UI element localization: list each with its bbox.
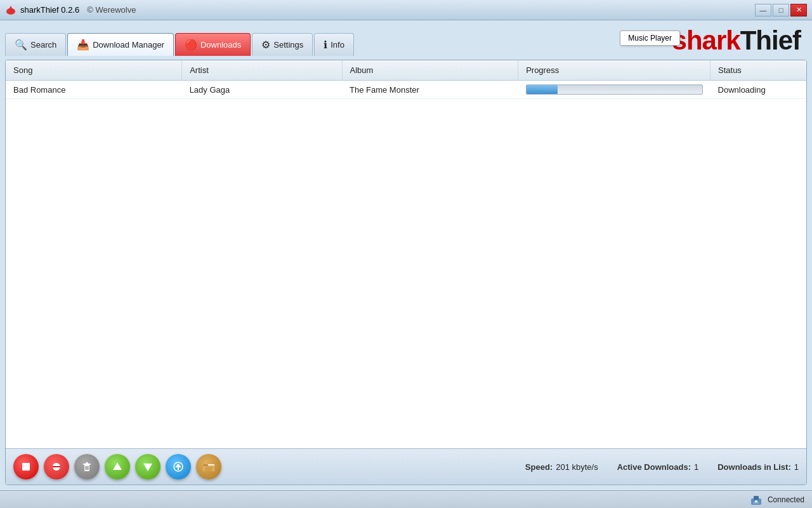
minimize-button[interactable]: — [755,4,771,17]
cancel-button[interactable] [44,454,69,479]
svg-rect-23 [753,502,759,504]
tab-downloads[interactable]: 🔴 Downloads [175,33,251,56]
logo-shark: shark [672,25,740,55]
tab-info-label: Info [331,40,344,50]
bottom-toolbar: Speed: 201 kbyte/s Active Downloads: 1 D… [6,448,806,485]
stop-icon [20,461,32,472]
empty-area [6,99,806,448]
svg-marker-12 [143,464,152,471]
app-title: sharkThief 0.2.6 [20,5,79,15]
active-downloads-value: 1 [694,462,698,472]
svg-rect-16 [203,464,214,471]
cancel-icon [51,461,62,472]
app-copyright: © Werewolve [87,5,136,15]
cell-artist: Lady Gaga [182,81,342,99]
move-down-button[interactable] [135,454,160,479]
logo-area: sharkThief [672,25,807,56]
table-body: Bad Romance Lady Gaga The Fame Monster D… [6,81,806,99]
app-icon [5,4,16,16]
move-down-icon [142,461,154,472]
trash-icon [81,461,93,472]
cell-album: The Fame Monster [342,81,518,99]
content-panel: Song Artist Album Progress Status Bad Ro… [5,60,807,485]
table-header: Song Artist Album Progress Status [6,60,806,81]
col-header-progress: Progress [518,60,710,81]
move-up-button[interactable] [105,454,130,479]
svg-rect-4 [53,466,60,467]
svg-point-3 [53,463,60,471]
table-row[interactable]: Bad Romance Lady Gaga The Fame Monster D… [6,81,806,99]
connected-icon [750,493,763,506]
speed-value: 201 kbyte/s [556,462,598,472]
status-info: Speed: 201 kbyte/s Active Downloads: 1 D… [226,462,799,472]
progress-bar-fill [527,85,558,94]
cell-progress [518,81,710,99]
move-up-icon [112,461,123,472]
title-bar: sharkThief 0.2.6 © Werewolve — □ ✕ [0,0,812,20]
active-downloads-label: Active Downloads: [617,462,691,472]
svg-marker-14 [175,464,181,467]
svg-rect-7 [86,462,88,464]
svg-rect-15 [178,467,179,470]
downloads-icon: 🔴 [185,39,197,51]
download-manager-icon: 📥 [77,39,89,51]
search-icon: 🔍 [15,39,27,51]
tab-search[interactable]: 🔍 Search [5,33,66,56]
svg-marker-1 [9,6,13,10]
music-player-button[interactable]: Music Player [620,30,680,46]
col-header-song: Song [6,60,182,81]
window-controls: — □ ✕ [755,4,807,17]
tab-search-label: Search [30,40,56,50]
col-header-artist: Artist [182,60,342,81]
tab-settings-label: Settings [273,40,303,50]
col-header-album: Album [342,60,518,81]
svg-rect-6 [83,464,91,465]
col-header-status: Status [710,60,806,81]
tab-download-manager-label: Download Manager [93,40,164,50]
tab-download-manager[interactable]: 📥 Download Manager [67,33,174,56]
stop-button[interactable] [13,454,39,479]
speed-label: Speed: [525,462,553,472]
maximize-button[interactable]: □ [773,4,789,17]
title-bar-left: sharkThief 0.2.6 © Werewolve [5,4,136,16]
tabs-area: 🔍 Search 📥 Download Manager 🔴 Downloads … [5,33,354,56]
cell-song: Bad Romance [6,81,182,99]
svg-rect-5 [84,465,89,471]
cell-status: Downloading [710,81,806,99]
svg-point-13 [174,462,183,471]
tab-settings[interactable]: ⚙ Settings [252,33,313,56]
svg-rect-2 [22,463,30,471]
downloads-in-list-item: Downloads in List: 1 [717,462,799,472]
logo: sharkThief [672,25,801,56]
connected-label: Connected [768,495,804,504]
svg-rect-17 [203,465,214,471]
app-window: 🔍 Search 📥 Download Manager 🔴 Downloads … [0,20,812,490]
top-area: 🔍 Search 📥 Download Manager 🔴 Downloads … [5,25,807,56]
open-folder-button[interactable] [196,454,221,479]
downloads-in-list-value: 1 [794,462,799,472]
tab-downloads-label: Downloads [200,40,241,50]
svg-rect-21 [754,496,759,500]
tab-info[interactable]: ℹ Info [314,33,354,56]
up-arrow-icon [173,461,184,472]
info-icon: ℹ [324,39,327,51]
status-bar: Connected [0,490,812,508]
svg-marker-11 [113,462,122,470]
info-button[interactable] [166,454,191,479]
downloads-in-list-label: Downloads in List: [717,462,791,472]
logo-thief: Thief [740,25,801,55]
trash-button[interactable] [74,454,100,479]
download-table: Song Artist Album Progress Status Bad Ro… [6,60,806,99]
close-button[interactable]: ✕ [790,4,807,17]
progress-bar-container [526,84,703,95]
folder-icon [202,461,215,472]
active-downloads-item: Active Downloads: 1 [617,462,699,472]
speed-item: Speed: 201 kbyte/s [525,462,598,472]
svg-marker-19 [204,467,213,471]
download-table-container: Song Artist Album Progress Status Bad Ro… [6,60,806,99]
svg-rect-18 [203,464,208,466]
settings-icon: ⚙ [261,39,270,51]
